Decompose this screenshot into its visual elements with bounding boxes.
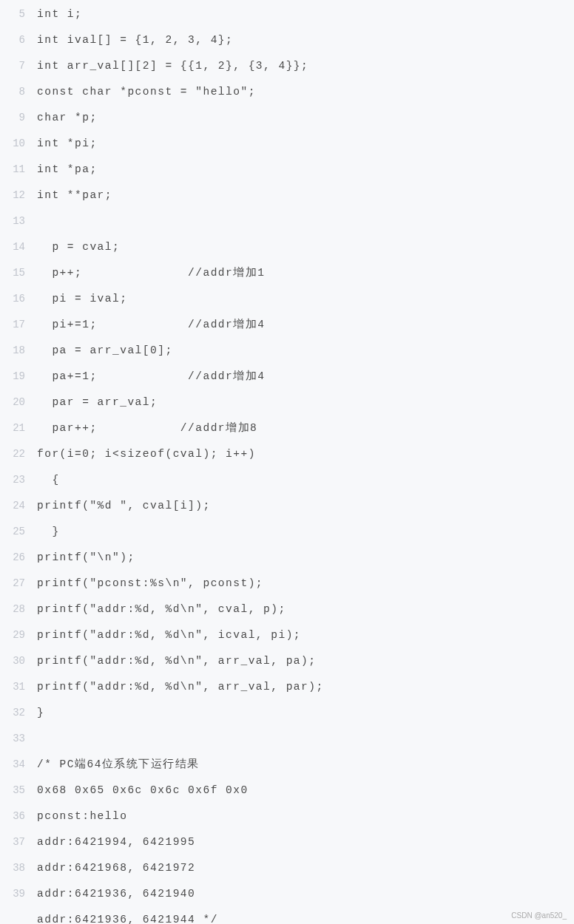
code-line: pconst:hello: [37, 804, 574, 829]
line-number: 31: [0, 674, 30, 700]
line-number: 28: [0, 597, 30, 622]
code-line: par++; //addr增加8: [37, 415, 574, 441]
code-line: pa = arr_val[0];: [37, 338, 574, 364]
code-line: p++; //addr增加1: [37, 260, 574, 286]
line-number: 14: [0, 234, 30, 260]
code-line: const char *pconst = "hello";: [37, 79, 574, 105]
code-line: {: [37, 467, 574, 493]
line-number: 10: [0, 131, 30, 157]
line-number: 17: [0, 312, 30, 338]
line-number: 13: [0, 208, 30, 234]
line-number: 37: [0, 829, 30, 855]
code-line: printf("%d ", cval[i]);: [37, 493, 574, 519]
line-number: 8: [0, 79, 30, 105]
code-line: int *pa;: [37, 157, 574, 183]
code-line: }: [37, 700, 574, 726]
code-line: char *p;: [37, 105, 574, 131]
code-content: int i;int ival[] = {1, 2, 3, 4};int arr_…: [30, 0, 574, 924]
code-line: /* PC端64位系统下运行结果: [37, 752, 574, 778]
line-number: 7: [0, 53, 30, 79]
line-number: 34: [0, 752, 30, 778]
line-number: 21: [0, 415, 30, 441]
line-number: 16: [0, 286, 30, 312]
line-number: 26: [0, 545, 30, 571]
code-line: pi+=1; //addr增加4: [37, 312, 574, 338]
line-number: 12: [0, 183, 30, 208]
code-line: par = arr_val;: [37, 390, 574, 415]
line-number: 36: [0, 804, 30, 829]
code-line: addr:6421994, 6421995: [37, 829, 574, 855]
code-line: pa+=1; //addr增加4: [37, 364, 574, 390]
code-block: 5678910111213141516171819202122232425262…: [0, 0, 574, 924]
code-line: int i;: [37, 1, 574, 27]
code-line: int *pi;: [37, 131, 574, 157]
code-line: addr:6421936, 6421944 */: [37, 907, 574, 924]
line-number: 11: [0, 157, 30, 183]
line-number: 19: [0, 364, 30, 390]
code-line: }: [37, 519, 574, 545]
code-line: printf("pconst:%s\n", pconst);: [37, 571, 574, 597]
code-line: printf("addr:%d, %d\n", icval, pi);: [37, 622, 574, 648]
code-line: addr:6421936, 6421940: [37, 881, 574, 907]
line-number: 27: [0, 571, 30, 597]
line-number: 15: [0, 260, 30, 286]
line-number: 32: [0, 700, 30, 726]
watermark: CSDN @an520_: [511, 911, 567, 920]
line-number: 5: [0, 1, 30, 27]
line-number: 30: [0, 648, 30, 674]
line-number-gutter: 5678910111213141516171819202122232425262…: [0, 0, 30, 924]
code-line: printf("addr:%d, %d\n", arr_val, pa);: [37, 648, 574, 674]
code-line: int arr_val[][2] = {{1, 2}, {3, 4}};: [37, 53, 574, 79]
line-number: 23: [0, 467, 30, 493]
code-line: pi = ival;: [37, 286, 574, 312]
code-line: printf("addr:%d, %d\n", cval, p);: [37, 597, 574, 622]
line-number: 33: [0, 726, 30, 752]
code-line: p = cval;: [37, 234, 574, 260]
line-number: 22: [0, 441, 30, 467]
code-line: [37, 208, 574, 234]
line-number: 39: [0, 881, 30, 907]
line-number: 25: [0, 519, 30, 545]
code-line: for(i=0; i<sizeof(cval); i++): [37, 441, 574, 467]
line-number: 6: [0, 27, 30, 53]
code-line: addr:6421968, 6421972: [37, 855, 574, 881]
line-number: 18: [0, 338, 30, 364]
line-number: 9: [0, 105, 30, 131]
line-number: 35: [0, 778, 30, 804]
line-number: 38: [0, 855, 30, 881]
code-line: printf("\n");: [37, 545, 574, 571]
code-line: int **par;: [37, 183, 574, 208]
line-number: 24: [0, 493, 30, 519]
line-number: 29: [0, 622, 30, 648]
code-line: 0x68 0x65 0x6c 0x6c 0x6f 0x0: [37, 778, 574, 804]
code-line: int ival[] = {1, 2, 3, 4};: [37, 27, 574, 53]
line-number: 20: [0, 390, 30, 415]
code-line: printf("addr:%d, %d\n", arr_val, par);: [37, 674, 574, 700]
code-line: [37, 726, 574, 752]
